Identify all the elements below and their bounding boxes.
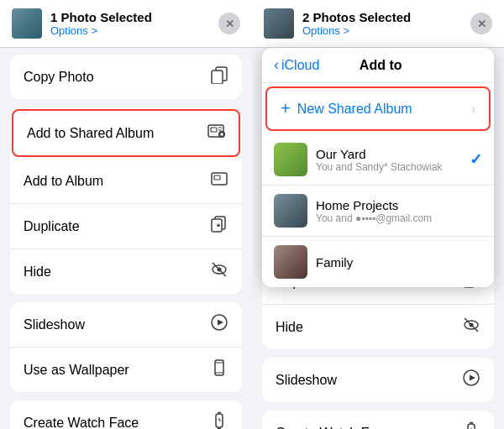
our-yard-album-sub: You and Sandy* Stachowiak — [316, 161, 470, 173]
right-photo-thumbnail — [264, 8, 294, 39]
dropdown-header: ‹ iCloud Add to — [262, 48, 494, 83]
slideshow-label: Slideshow — [24, 317, 85, 332]
add-to-shared-album-label: Add to Shared Album — [27, 126, 154, 141]
duplicate-item[interactable]: Duplicate — [10, 204, 242, 249]
add-to-shared-album-icon — [207, 122, 225, 144]
home-projects-album-item[interactable]: Home Projects You and ●▪▪▪▪@gmail.com — [262, 186, 494, 237]
new-shared-album-label: New Shared Album — [297, 102, 412, 117]
right-panel-header: 2 Photos Selected Options > ✕ — [252, 0, 504, 48]
right-options-link[interactable]: Options > — [302, 24, 411, 37]
left-photo-thumbnail — [12, 8, 42, 39]
right-thumb-image — [264, 8, 294, 39]
new-album-chevron-icon: › — [471, 102, 475, 117]
copy-photo-icon — [210, 65, 228, 88]
r-slideshow-icon — [462, 369, 480, 391]
left-section-album: Add to Shared Album Add to Album — [10, 107, 242, 294]
r-create-watch-face-item[interactable]: Create Watch Face — [262, 411, 494, 429]
svg-marker-19 — [218, 320, 223, 326]
left-close-button[interactable]: ✕ — [218, 13, 240, 34]
left-header-left: 1 Photo Selected Options > — [12, 8, 152, 39]
add-to-album-icon — [210, 170, 228, 192]
create-watch-face-icon — [210, 411, 228, 429]
hide-item[interactable]: Hide — [10, 249, 242, 294]
dropdown-back-button[interactable]: ‹ iCloud — [274, 56, 319, 74]
slideshow-item[interactable]: Slideshow — [10, 302, 242, 348]
dropdown-title: Add to — [319, 58, 442, 73]
home-projects-album-info: Home Projects You and ●▪▪▪▪@gmail.com — [316, 198, 482, 224]
family-thumbnail — [274, 245, 307, 279]
home-projects-album-sub: You and ●▪▪▪▪@gmail.com — [316, 212, 482, 224]
r-slideshow-label: Slideshow — [276, 373, 337, 388]
right-selected-title: 2 Photos Selected — [302, 10, 411, 24]
r-hide-label: Hide — [276, 320, 303, 335]
left-panel-header: 1 Photo Selected Options > ✕ — [0, 0, 252, 48]
our-yard-thumbnail — [274, 143, 307, 176]
svg-rect-3 — [211, 128, 217, 132]
copy-photo-label: Copy Photo — [24, 70, 94, 85]
right-panel: 2 Photos Selected Options > ✕ ‹ iCloud A… — [252, 0, 504, 429]
copy-photo-item[interactable]: Copy Photo — [10, 55, 242, 99]
our-yard-checkmark: ✓ — [470, 150, 482, 169]
plus-icon: + — [281, 99, 291, 118]
home-projects-thumbnail — [274, 194, 307, 228]
duplicate-icon — [210, 215, 228, 238]
wallpaper-icon — [210, 358, 228, 381]
left-options-link[interactable]: Options > — [50, 24, 152, 37]
right-section-slideshow: Slideshow — [262, 358, 494, 402]
wallpaper-label: Use as Wallpaper — [24, 363, 129, 378]
left-header-text: 1 Photo Selected Options > — [50, 10, 152, 37]
left-menu-list: Copy Photo Add to Shared Album — [0, 48, 252, 429]
family-album-name: Family — [316, 255, 482, 269]
r-hide-item[interactable]: Hide — [262, 305, 494, 349]
create-watch-face-label: Create Watch Face — [24, 416, 139, 430]
duplicate-label: Duplicate — [24, 219, 80, 234]
left-section-watch: Create Watch Face Save to Files — [10, 400, 242, 429]
new-shared-album-item[interactable]: + New Shared Album › — [265, 86, 491, 131]
svg-marker-40 — [470, 375, 475, 381]
r-create-watch-face-icon — [462, 421, 480, 429]
svg-rect-1 — [212, 71, 223, 84]
right-header-text: 2 Photos Selected Options > — [302, 10, 411, 37]
svg-rect-10 — [214, 175, 220, 180]
chevron-left-icon: ‹ — [274, 56, 279, 74]
family-album-item[interactable]: Family — [262, 237, 494, 287]
left-thumb-image — [12, 8, 42, 39]
add-to-album-label: Add to Album — [24, 174, 103, 189]
left-section-slideshow: Slideshow Use as Wallpaper — [10, 302, 242, 392]
home-projects-album-name: Home Projects — [316, 198, 482, 212]
our-yard-album-item[interactable]: Our Yard You and Sandy* Stachowiak ✓ — [262, 134, 494, 186]
r-hide-icon — [462, 316, 480, 338]
dropdown-back-label: iCloud — [281, 58, 319, 73]
hide-icon — [210, 260, 228, 283]
right-section-watch: Create Watch Face Save to Files — [262, 411, 494, 429]
our-yard-album-info: Our Yard You and Sandy* Stachowiak — [316, 147, 470, 173]
r-create-watch-face-label: Create Watch Face — [276, 426, 391, 430]
left-section-copy: Copy Photo — [10, 55, 242, 99]
right-header-left: 2 Photos Selected Options > — [264, 8, 411, 39]
add-to-album-item[interactable]: Add to Album — [10, 159, 242, 204]
our-yard-album-name: Our Yard — [316, 147, 470, 161]
new-shared-album-left: + New Shared Album — [281, 99, 412, 118]
right-close-button[interactable]: ✕ — [470, 13, 492, 34]
add-to-shared-album-item[interactable]: Add to Shared Album — [12, 109, 240, 157]
add-to-dropdown: ‹ iCloud Add to + New Shared Album › Our… — [262, 48, 494, 287]
hide-label: Hide — [24, 264, 51, 280]
create-watch-face-item[interactable]: Create Watch Face — [10, 400, 242, 429]
wallpaper-item[interactable]: Use as Wallpaper — [10, 348, 242, 392]
r-slideshow-item[interactable]: Slideshow — [262, 358, 494, 402]
slideshow-icon — [210, 313, 228, 336]
left-panel: 1 Photo Selected Options > ✕ Copy Photo … — [0, 0, 252, 429]
left-selected-title: 1 Photo Selected — [50, 10, 152, 24]
family-album-info: Family — [316, 255, 482, 269]
